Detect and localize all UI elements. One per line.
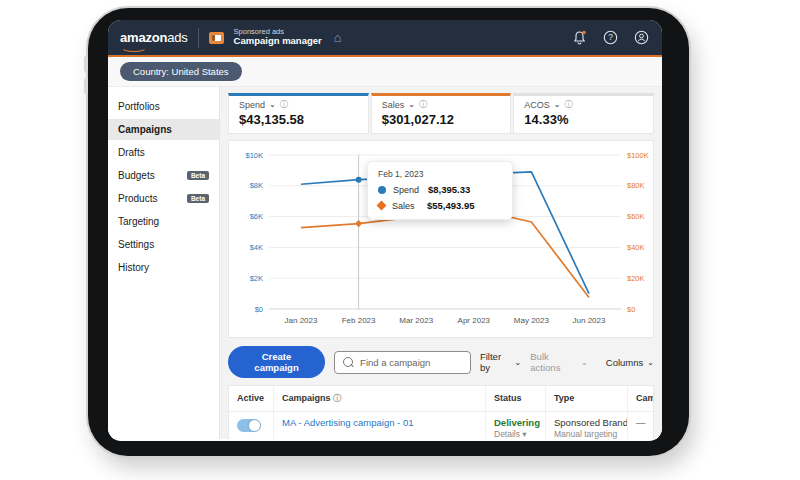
main-panel: Spend⌄ⓘ $43,135.58 Sales⌄ⓘ $301,027.12 A… (220, 87, 662, 439)
campaigns-table: Active Campaigns ⓘ Status Type Campaign … (228, 385, 654, 439)
metric-card-sales[interactable]: Sales⌄ⓘ $301,027.12 (371, 93, 512, 134)
svg-text:$100K: $100K (627, 151, 649, 160)
svg-text:?: ? (608, 32, 613, 42)
svg-text:Feb 2023: Feb 2023 (342, 316, 376, 325)
svg-text:May 2023: May 2023 (514, 316, 550, 325)
campaign-toolbar: Create campaign Filter by⌄ Bulk actions⌄… (228, 346, 654, 378)
column-active[interactable]: Active (229, 386, 273, 411)
chevron-down-icon[interactable]: ⌄ (408, 100, 415, 109)
metric-card-acos[interactable]: ACOS⌄ⓘ 14.33% (513, 93, 654, 134)
column-campaigns[interactable]: Campaigns ⓘ (273, 386, 485, 411)
spend-marker-icon (378, 186, 386, 194)
sidebar-item-history[interactable]: History (108, 257, 219, 278)
help-icon[interactable]: ? (602, 29, 619, 46)
nav-divider (198, 28, 199, 48)
info-icon[interactable]: ⓘ (419, 99, 427, 110)
app-switcher[interactable]: Sponsored ads Campaign manager (234, 28, 322, 48)
sidebar: Portfolios Campaigns Drafts BudgetsBeta … (108, 87, 220, 439)
svg-text:Apr 2023: Apr 2023 (458, 316, 491, 325)
table-header-row: Active Campaigns ⓘ Status Type Campaign … (229, 386, 653, 411)
sidebar-item-campaigns[interactable]: Campaigns (108, 119, 219, 140)
sidebar-item-budgets[interactable]: BudgetsBeta (108, 165, 219, 186)
notification-dot (582, 31, 586, 35)
caret-down-icon: ▾ (522, 429, 526, 439)
svg-text:$20K: $20K (627, 274, 645, 283)
column-type[interactable]: Type (545, 386, 627, 411)
svg-text:$0: $0 (627, 305, 635, 314)
amazon-smile-icon (121, 43, 147, 52)
status-details-link[interactable]: Details ▾ (494, 429, 537, 439)
account-icon[interactable] (633, 29, 650, 46)
logo-ads-text: ads (167, 30, 187, 45)
search-input[interactable] (358, 356, 462, 369)
chevron-down-icon: ⌄ (581, 358, 588, 367)
chevron-down-icon: ⌄ (647, 358, 654, 367)
country-bar: Country: United States (108, 57, 662, 87)
search-icon (343, 357, 353, 367)
metric-card-spend[interactable]: Spend⌄ⓘ $43,135.58 (228, 93, 369, 134)
svg-text:$8K: $8K (250, 181, 263, 190)
column-campaign-bidding[interactable]: Campaign bidding (627, 386, 653, 411)
sidebar-item-drafts[interactable]: Drafts (108, 142, 219, 163)
beta-badge: Beta (187, 171, 209, 180)
screen: amazonads Sponsored ads Campaign manager… (108, 20, 662, 441)
tablet-frame: amazonads Sponsored ads Campaign manager… (88, 8, 689, 456)
tooltip-date: Feb 1, 2023 (378, 169, 502, 179)
beta-badge: Beta (187, 194, 209, 203)
notifications-bell-icon[interactable] (571, 29, 588, 46)
svg-text:Jan 2023: Jan 2023 (285, 316, 318, 325)
svg-text:$4K: $4K (250, 243, 263, 252)
chevron-down-icon: ⌄ (515, 358, 522, 367)
sidebar-item-portfolios[interactable]: Portfolios (108, 96, 219, 117)
svg-text:Jun 2023: Jun 2023 (573, 316, 606, 325)
svg-text:$0: $0 (255, 305, 263, 314)
bidding-value: — (627, 412, 653, 439)
chevron-down-icon[interactable]: ⌄ (554, 100, 561, 109)
spend-value: $43,135.58 (239, 112, 358, 127)
metric-cards: Spend⌄ⓘ $43,135.58 Sales⌄ⓘ $301,027.12 A… (228, 93, 654, 134)
chevron-down-icon[interactable]: ⌄ (269, 100, 276, 109)
country-selector[interactable]: Country: United States (120, 62, 242, 81)
svg-text:$2K: $2K (250, 274, 263, 283)
chart-tooltip: Feb 1, 2023 Spend $8,395.33 Sales $55,49… (367, 161, 513, 220)
bulk-actions-dropdown[interactable]: Bulk actions⌄ (530, 351, 588, 373)
volume-down-button (84, 78, 88, 94)
sidebar-item-products[interactable]: ProductsBeta (108, 188, 219, 209)
column-status[interactable]: Status (485, 386, 545, 411)
volume-up-button (84, 56, 88, 72)
sales-value: $301,027.12 (382, 112, 501, 127)
svg-text:$80K: $80K (627, 181, 645, 190)
svg-text:$6K: $6K (250, 212, 263, 221)
table-row: MA - Advertising campaign - 01 Deliverin… (229, 411, 653, 439)
svg-text:$60K: $60K (627, 212, 645, 221)
create-campaign-button[interactable]: Create campaign (228, 346, 325, 378)
sponsored-ads-icon (209, 32, 224, 44)
status-badge: Delivering (494, 417, 537, 428)
info-icon[interactable]: ⓘ (565, 99, 573, 110)
svg-text:$10K: $10K (245, 151, 263, 160)
sidebar-item-settings[interactable]: Settings (108, 234, 219, 255)
columns-dropdown[interactable]: Columns⌄ (606, 357, 654, 368)
info-icon[interactable]: ⓘ (333, 394, 341, 403)
sales-marker-icon (377, 201, 387, 211)
acos-value: 14.33% (524, 112, 643, 127)
campaign-link[interactable]: MA - Advertising campaign - 01 (282, 417, 413, 428)
filter-by-dropdown[interactable]: Filter by⌄ (480, 351, 521, 373)
svg-text:$40K: $40K (627, 243, 645, 252)
info-icon[interactable]: ⓘ (280, 99, 288, 110)
campaign-search[interactable] (334, 351, 471, 374)
amazon-ads-logo: amazonads (120, 31, 188, 44)
active-toggle[interactable] (237, 419, 261, 432)
chart-panel: $0$0$2K$20K$4K$40K$6K$60K$8K$80K$10K$100… (228, 140, 654, 338)
home-icon[interactable]: ⌂ (334, 31, 342, 44)
app-title: Campaign manager (234, 36, 322, 47)
svg-text:Mar 2023: Mar 2023 (399, 316, 433, 325)
sidebar-item-targeting[interactable]: Targeting (108, 211, 219, 232)
top-nav: amazonads Sponsored ads Campaign manager… (108, 20, 662, 57)
